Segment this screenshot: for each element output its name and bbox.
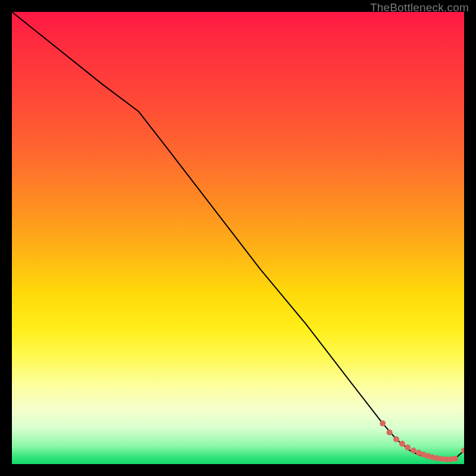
chart-frame: TheBottleneck.com bbox=[0, 0, 476, 476]
watermark-label: TheBottleneck.com bbox=[370, 1, 469, 14]
plot-area bbox=[12, 12, 464, 464]
